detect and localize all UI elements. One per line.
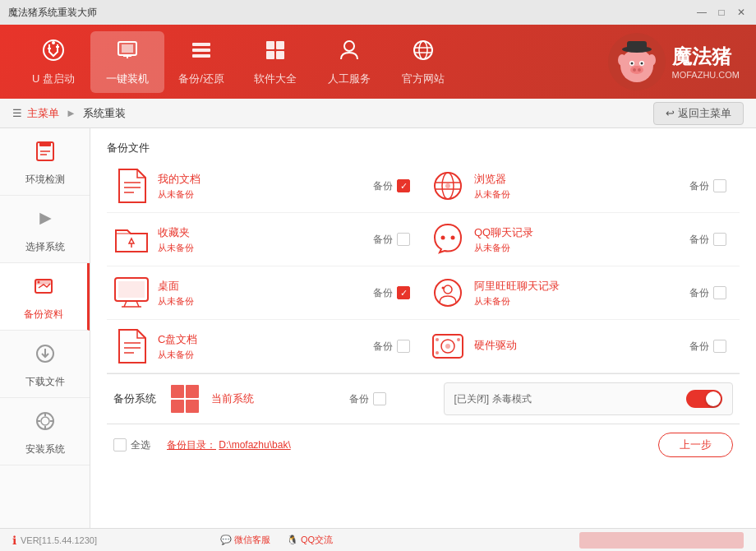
hardware-icon — [430, 328, 466, 364]
list-item: C盘文档 从未备份 备份 — [107, 320, 423, 373]
backup-text-browser: 备份 — [689, 179, 709, 193]
sidebar-item-install[interactable]: 安装系统 — [0, 398, 90, 465]
bottom-right-area — [579, 532, 744, 549]
item-name-docs: 我的文档 — [158, 172, 365, 187]
monitor-icon — [113, 275, 150, 311]
checkbox-desktop[interactable]: ✓ — [397, 286, 410, 299]
backup-text-ali: 备份 — [689, 286, 709, 300]
sidebar-item-backup[interactable]: 备份资料 — [0, 263, 90, 331]
sidebar-item-env[interactable]: 环境检测 — [0, 128, 90, 196]
item-backup-hardware: 备份 — [689, 340, 726, 354]
checkbox-hardware[interactable] — [713, 340, 726, 353]
svg-point-28 — [633, 68, 636, 72]
breadcrumb-separator: ► — [66, 107, 76, 119]
svg-rect-9 — [192, 49, 210, 52]
svg-rect-13 — [266, 51, 274, 59]
bottom-center: 💬 微信客服 🐧 QQ交流 — [220, 534, 333, 546]
browser-icon — [430, 168, 466, 204]
svg-point-30 — [618, 54, 626, 66]
brand-logo: 魔法猪 MOFAZHU.COM — [608, 33, 740, 90]
checkbox-qq[interactable] — [713, 233, 726, 246]
install-sys-icon — [34, 410, 57, 438]
backup-dir-path[interactable]: D:\mofazhu\bak\ — [219, 439, 290, 451]
item-name-browser: 浏览器 — [474, 172, 681, 187]
item-info-favorites: 收藏夹 从未备份 — [158, 225, 365, 254]
nav-usb[interactable]: U 盘启动 — [16, 31, 90, 93]
prev-button[interactable]: 上一步 — [658, 433, 733, 457]
item-name-cdocs: C盘文档 — [158, 332, 365, 347]
item-info-browser: 浏览器 从未备份 — [474, 172, 681, 201]
nav-software-label: 软件大全 — [254, 72, 297, 86]
item-info-system: 当前系统 — [211, 391, 341, 406]
checkbox-all[interactable] — [113, 438, 127, 451]
nav-backup[interactable]: 备份/还原 — [164, 31, 238, 93]
svg-rect-22 — [627, 41, 647, 51]
sidebar-download-label: 下载文件 — [25, 375, 65, 389]
item-status-ali: 从未备份 — [474, 295, 681, 308]
checkbox-cdocs[interactable] — [397, 340, 410, 353]
svg-rect-33 — [39, 142, 51, 146]
svg-point-26 — [640, 63, 643, 65]
nav-service[interactable]: 人工服务 — [312, 31, 386, 93]
antivirus-toggle[interactable] — [686, 390, 722, 408]
svg-line-62 — [136, 301, 139, 307]
checkbox-docs[interactable]: ✓ — [397, 179, 410, 192]
sidebar-item-download[interactable]: 下载文件 — [0, 331, 90, 398]
svg-rect-12 — [276, 41, 284, 49]
item-backup-ali: 备份 — [689, 286, 726, 300]
item-name-system: 当前系统 — [211, 391, 341, 406]
back-button[interactable]: ↩ 返回主菜单 — [653, 102, 744, 125]
list-item: QQ聊天记录 从未备份 备份 — [423, 213, 740, 266]
sidebar-select-label: 选择系统 — [25, 240, 65, 254]
top-nav: U 盘启动 一键装机 备份/还原 — [0, 25, 756, 99]
sidebar-item-select[interactable]: 选择系统 — [0, 196, 90, 263]
svg-point-42 — [41, 417, 49, 425]
backup-text-desktop: 备份 — [373, 286, 393, 300]
svg-rect-78 — [186, 385, 199, 398]
item-backup-docs: 备份 ✓ — [373, 179, 410, 193]
svg-rect-5 — [122, 44, 133, 53]
list-item: 浏览器 从未备份 备份 — [423, 160, 740, 213]
sidebar: 环境检测 选择系统 备份资料 — [0, 128, 90, 528]
breadcrumb-current: 系统重装 — [83, 106, 126, 121]
item-backup-browser: 备份 — [689, 179, 726, 193]
brand-text-block: 魔法猪 MOFAZHU.COM — [672, 44, 740, 80]
nav-software[interactable]: 软件大全 — [238, 31, 312, 93]
svg-point-25 — [630, 63, 633, 65]
checkbox-browser[interactable] — [713, 179, 726, 192]
breadcrumb: ☰ 主菜单 ► 系统重装 ↩ 返回主菜单 — [0, 99, 756, 128]
close-button[interactable]: ✕ — [735, 6, 748, 19]
doc-icon — [113, 168, 150, 204]
checkbox-system[interactable] — [373, 392, 386, 405]
wechat-icon: 💬 — [220, 535, 232, 544]
svg-rect-64 — [118, 281, 145, 298]
sidebar-backup-label: 备份资料 — [24, 308, 63, 322]
item-status-browser: 从未备份 — [474, 188, 681, 201]
item-name-hardware: 硬件驱动 — [474, 338, 681, 353]
backup-files-label: 备份文件 — [107, 141, 152, 155]
checkbox-ali[interactable] — [713, 286, 726, 299]
nav-install-label: 一键装机 — [106, 72, 149, 86]
checkbox-favorites[interactable] — [397, 233, 410, 246]
svg-point-1 — [52, 41, 55, 44]
info-icon: ℹ — [12, 534, 16, 547]
item-info-ali: 阿里旺旺聊天记录 从未备份 — [474, 279, 681, 308]
nav-backup-label: 备份/还原 — [178, 72, 224, 86]
item-info-hardware: 硬件驱动 — [474, 338, 681, 354]
wechat-service[interactable]: 💬 微信客服 — [220, 534, 270, 546]
brand-mascot — [608, 33, 666, 90]
item-status-favorites: 从未备份 — [158, 242, 365, 254]
maximize-button[interactable]: □ — [715, 6, 728, 19]
breadcrumb-parent[interactable]: 主菜单 — [27, 106, 59, 121]
status-bar: ℹ VER[11.5.44.1230] 💬 微信客服 🐧 QQ交流 — [0, 528, 756, 551]
qq-exchange[interactable]: 🐧 QQ交流 — [287, 534, 333, 546]
sidebar-install-label: 安装系统 — [25, 442, 65, 456]
item-backup-favorites: 备份 — [373, 233, 410, 247]
minimize-button[interactable]: — — [695, 6, 708, 19]
list-item: 我的文档 从未备份 备份 ✓ — [107, 160, 423, 213]
env-icon — [34, 140, 57, 168]
item-name-desktop: 桌面 — [158, 279, 365, 294]
nav-install[interactable]: 一键装机 — [90, 31, 164, 93]
backup-dir-label: 备份目录： — [167, 439, 216, 451]
nav-website[interactable]: 官方网站 — [386, 31, 460, 93]
